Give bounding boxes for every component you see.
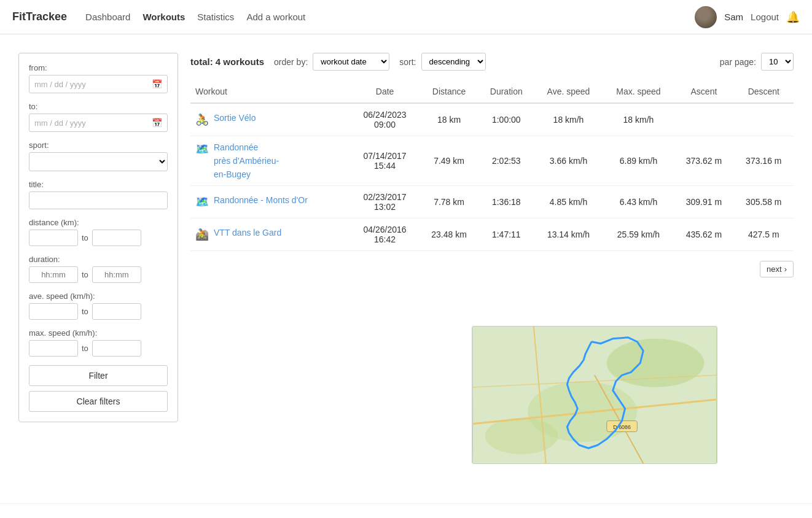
duration-from-input[interactable] (29, 266, 78, 283)
chevron-right-icon: › (784, 265, 787, 274)
workout-ave-speed-3: 4.85 km/h (534, 186, 603, 218)
to-date-placeholder: mm / dd / yyyy (34, 118, 86, 128)
title-field: title: (29, 180, 168, 209)
order-by-group: order by: workout date distance duration… (274, 53, 389, 71)
total-count: total: 4 workouts (190, 56, 264, 67)
brand: FitTrackee (12, 10, 67, 23)
hiking-sport-icon-2: 🗺️ (195, 195, 209, 209)
col-max-speed: Max. speed (603, 80, 674, 103)
mtb-sport-icon: 🚵 (195, 228, 209, 241)
nav-dashboard[interactable]: Dashboard (85, 12, 130, 22)
from-field: from: mm / dd / yyyy 📅 (29, 63, 168, 93)
cycling-sport-icon: 🚴 (195, 113, 209, 126)
col-ave-speed: Ave. speed (534, 80, 603, 103)
sort-select[interactable]: descending ascending (421, 53, 486, 71)
workout-descent-4: 427.5 m (734, 218, 794, 251)
max-speed-to-sep: to (82, 344, 88, 353)
workout-duration-4: 1:47:11 (478, 218, 534, 251)
clear-filters-button[interactable]: Clear filters (29, 391, 168, 412)
toolbar: total: 4 workouts order by: workout date… (190, 53, 794, 71)
nav-statistics[interactable]: Statistics (197, 12, 234, 22)
col-ascent: Ascent (674, 80, 733, 103)
workout-descent-3: 305.58 m (734, 186, 794, 218)
workout-link-2[interactable]: Randonnée près d'Ambérieu- en-Bugey (214, 142, 279, 179)
from-date-input[interactable]: mm / dd / yyyy 📅 (29, 75, 168, 93)
max-speed-field: max. speed (km/h): to (29, 328, 168, 357)
filter-button[interactable]: Filter (29, 365, 168, 386)
workout-distance-4: 23.48 km (420, 218, 478, 251)
map-background: D 6086 © OpenStreetMap (472, 327, 717, 463)
workout-link-3[interactable]: Randonnée - Monts d'Or (214, 195, 308, 205)
page-footer: FitTrackee v0.7.18 • about • privacy pol… (0, 503, 812, 518)
workout-descent-1 (734, 103, 794, 136)
distance-range: to (29, 230, 168, 246)
workout-max-speed-2: 6.89 km/h (603, 136, 674, 186)
workout-max-speed-1: 18 km/h (603, 103, 674, 136)
col-distance: Distance (420, 80, 478, 103)
to-label: to: (29, 102, 168, 111)
workout-ave-speed-2: 3.66 km/h (534, 136, 603, 186)
distance-from-input[interactable] (29, 230, 78, 246)
table-row: 🗺️ Randonnée près d'Ambérieu- en-Bugey 0… (190, 136, 794, 186)
nav-right: Sam Logout 🔔 (695, 6, 800, 28)
max-speed-from-input[interactable] (29, 340, 78, 357)
col-date: Date (350, 80, 420, 103)
ave-speed-label: ave. speed (km/h): (29, 292, 168, 301)
workout-max-speed-4: 25.59 km/h (603, 218, 674, 251)
distance-to-input[interactable] (92, 230, 141, 246)
sport-field: sport: Cycling Hiking Mountain Biking (29, 141, 168, 171)
workout-distance-2: 7.49 km (420, 136, 478, 186)
col-descent: Descent (734, 80, 794, 103)
par-page-group: par page: 10 20 50 (720, 53, 794, 71)
ave-speed-range: to (29, 303, 168, 320)
title-input[interactable] (29, 191, 168, 209)
workout-name-cell-2: 🗺️ Randonnée près d'Ambérieu- en-Bugey (190, 136, 350, 186)
par-page-select[interactable]: 10 20 50 (761, 53, 794, 71)
nav-workouts[interactable]: Workouts (142, 12, 185, 22)
order-by-select[interactable]: workout date distance duration average s… (313, 53, 389, 71)
workout-date-2: 07/14/2017 15:44 (350, 136, 420, 186)
sport-select[interactable]: Cycling Hiking Mountain Biking (29, 152, 168, 171)
calendar-icon-to: 📅 (152, 118, 162, 128)
duration-to-input[interactable] (92, 266, 141, 283)
workout-link-1[interactable]: Sortie Vélo (214, 113, 256, 123)
par-page-label: par page: (720, 57, 756, 67)
ave-speed-to-sep: to (82, 307, 88, 316)
distance-to-sep: to (82, 233, 88, 242)
nav-logout[interactable]: Logout (751, 12, 779, 22)
next-page-button[interactable]: next › (760, 261, 794, 277)
table-header: Workout Date Distance Duration Ave. spee… (190, 80, 794, 103)
max-speed-range: to (29, 340, 168, 357)
hiking-sport-icon-1: 🗺️ (195, 142, 209, 156)
duration-range: to (29, 266, 168, 283)
workout-distance-1: 18 km (420, 103, 478, 136)
workout-ave-speed-1: 18 km/h (534, 103, 603, 136)
sort-label: sort: (399, 57, 416, 67)
nav-add-workout[interactable]: Add a workout (246, 12, 305, 22)
col-workout: Workout (190, 80, 350, 103)
main-content: total: 4 workouts order by: workout date… (190, 53, 794, 473)
workout-date-1: 06/24/2023 09:00 (350, 103, 420, 136)
workout-duration-3: 1:36:18 (478, 186, 534, 218)
distance-field: distance (km): to (29, 218, 168, 246)
table-row: 🚵 VTT dans le Gard 04/26/2016 16:42 23.4… (190, 218, 794, 251)
workout-duration-1: 1:00:00 (478, 103, 534, 136)
svg-point-3 (528, 381, 637, 442)
notification-icon[interactable]: 🔔 (786, 10, 800, 24)
to-date-input[interactable]: mm / dd / yyyy 📅 (29, 114, 168, 132)
workout-ascent-4: 435.62 m (674, 218, 733, 251)
workout-max-speed-3: 6.43 km/h (603, 186, 674, 218)
ave-speed-from-input[interactable] (29, 303, 78, 320)
duration-label: duration: (29, 255, 168, 264)
distance-label: distance (km): (29, 218, 168, 227)
pagination: next › (190, 261, 794, 277)
workout-ave-speed-4: 13.14 km/h (534, 218, 603, 251)
nav-links: Dashboard Workouts Statistics Add a work… (85, 12, 695, 22)
map-route-svg: D 6086 (472, 327, 717, 463)
workout-name-cell-4: 🚵 VTT dans le Gard (190, 218, 350, 251)
ave-speed-to-input[interactable] (92, 303, 141, 320)
max-speed-to-input[interactable] (92, 340, 141, 357)
filter-sidebar: from: mm / dd / yyyy 📅 to: mm / dd / yyy… (18, 53, 178, 422)
navbar: FitTrackee Dashboard Workouts Statistics… (0, 0, 812, 34)
workout-link-4[interactable]: VTT dans le Gard (214, 228, 281, 238)
